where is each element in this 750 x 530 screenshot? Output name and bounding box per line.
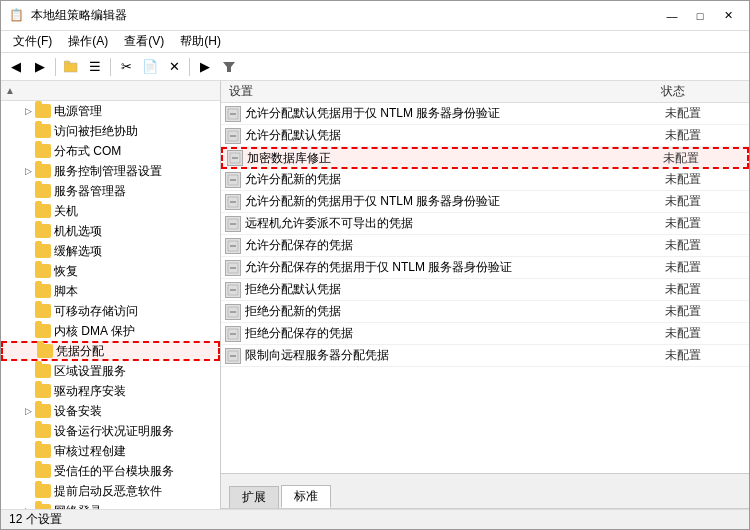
tree-item-credential[interactable]: 凭据分配 [1, 341, 220, 361]
tree-item-servermgr[interactable]: 服务器管理器 [1, 181, 220, 201]
minimize-button[interactable]: — [659, 6, 685, 26]
tree-item-mitigation[interactable]: 缓解选项 [1, 241, 220, 261]
tab-standard[interactable]: 标准 [281, 485, 331, 508]
setting-status: 未配置 [665, 127, 745, 144]
setting-icon [225, 260, 241, 276]
filter-button[interactable] [218, 56, 240, 78]
setting-row-saved[interactable]: 允许分配保存的凭据 未配置 [221, 235, 749, 257]
setting-status: 未配置 [665, 105, 745, 122]
tree-label: 服务器管理器 [54, 183, 220, 200]
setting-row-default[interactable]: 允许分配默认凭据 未配置 [221, 125, 749, 147]
tree-item-power[interactable]: ▷ 电源管理 [1, 101, 220, 121]
setting-status: 未配置 [665, 325, 745, 342]
tree-item-driver[interactable]: 驱动程序安装 [1, 381, 220, 401]
setting-row-limit[interactable]: 限制向远程服务器分配凭据 未配置 [221, 345, 749, 367]
tree-item-machine[interactable]: 机机选项 [1, 221, 220, 241]
tree-item-dma[interactable]: 内核 DMA 保护 [1, 321, 220, 341]
tab-expand[interactable]: 扩展 [229, 486, 279, 508]
tree-container: ▷ 电源管理 访问被拒绝协助 分布式 COM [1, 101, 220, 509]
toolbar: ◀ ▶ ☰ ✂ 📄 ✕ ▶ [1, 53, 749, 81]
delete-button[interactable]: ✕ [163, 56, 185, 78]
close-button[interactable]: ✕ [715, 6, 741, 26]
left-panel-header: ▲ [1, 81, 220, 101]
tree-item-access[interactable]: 访问被拒绝协助 [1, 121, 220, 141]
setting-row-new[interactable]: 允许分配新的凭据 未配置 [221, 169, 749, 191]
setting-row-deny-default[interactable]: 拒绝分配默认凭据 未配置 [221, 279, 749, 301]
expand-icon: ▷ [21, 104, 35, 118]
setting-status: 未配置 [665, 237, 745, 254]
menu-view[interactable]: 查看(V) [116, 31, 172, 52]
maximize-button[interactable]: □ [687, 6, 713, 26]
folder-button[interactable] [60, 56, 82, 78]
setting-status: 未配置 [665, 215, 745, 232]
svg-rect-1 [64, 61, 70, 64]
folder-icon [35, 164, 51, 178]
content-area: ▲ ▷ 电源管理 访问被拒绝协助 [1, 81, 749, 509]
setting-row-remote[interactable]: 远程机允许委派不可导出的凭据 未配置 [221, 213, 749, 235]
tree-item-recovery[interactable]: 恢复 [1, 261, 220, 281]
folder-icon [35, 284, 51, 298]
folder-icon [35, 464, 51, 478]
setting-row-deny-new[interactable]: 拒绝分配新的凭据 未配置 [221, 301, 749, 323]
expand-icon [21, 324, 35, 338]
tree-item-scripts[interactable]: 脚本 [1, 281, 220, 301]
expand-icon [21, 364, 35, 378]
tree-item-tpm[interactable]: 受信任的平台模块服务 [1, 461, 220, 481]
tree-item-audit[interactable]: 审核过程创建 [1, 441, 220, 461]
tree-item-locale[interactable]: 区域设置服务 [1, 361, 220, 381]
tree-item-dcom[interactable]: 分布式 COM [1, 141, 220, 161]
expand-icon [21, 244, 35, 258]
tree-item-removable[interactable]: 可移动存储访问 [1, 301, 220, 321]
setting-name: 拒绝分配新的凭据 [245, 303, 665, 320]
expand-icon: ▷ [21, 164, 35, 178]
setting-row-deny-saved[interactable]: 拒绝分配保存的凭据 未配置 [221, 323, 749, 345]
tree-label: 凭据分配 [56, 343, 218, 360]
list-button[interactable]: ☰ [84, 56, 106, 78]
folder-icon [35, 324, 51, 338]
tree-item-elam[interactable]: 提前启动反恶意软件 [1, 481, 220, 501]
cut-button[interactable]: ✂ [115, 56, 137, 78]
copy-button[interactable]: 📄 [139, 56, 161, 78]
expand-icon [21, 484, 35, 498]
setting-row-ntlm-default[interactable]: 允许分配默认凭据用于仅 NTLM 服务器身份验证 未配置 [221, 103, 749, 125]
app-icon: 📋 [9, 8, 25, 24]
tabs-row: 扩展 标准 [221, 487, 749, 509]
tree-item-scm[interactable]: ▷ 服务控制管理器设置 [1, 161, 220, 181]
menu-action[interactable]: 操作(A) [60, 31, 116, 52]
setting-status: 未配置 [665, 303, 745, 320]
setting-icon [225, 348, 241, 364]
folder-icon [35, 144, 51, 158]
setting-name: 远程机允许委派不可导出的凭据 [245, 215, 665, 232]
folder-icon [35, 104, 51, 118]
tree-item-health[interactable]: 设备运行状况证明服务 [1, 421, 220, 441]
setting-icon [225, 282, 241, 298]
setting-icon [225, 106, 241, 122]
setting-row-saved-ntlm[interactable]: 允许分配保存的凭据用于仅 NTLM 服务器身份验证 未配置 [221, 257, 749, 279]
setting-row-encrypt[interactable]: 加密数据库修正 未配置 [221, 147, 749, 169]
expand-icon [21, 124, 35, 138]
tree-label: 设备安装 [54, 403, 220, 420]
status-text: 12 个设置 [9, 511, 62, 528]
properties-button[interactable]: ▶ [194, 56, 216, 78]
folder-icon [35, 264, 51, 278]
back-button[interactable]: ◀ [5, 56, 27, 78]
tree-item-shutdown[interactable]: 关机 [1, 201, 220, 221]
main-window: 📋 本地组策略编辑器 — □ ✕ 文件(F) 操作(A) 查看(V) 帮助(H)… [0, 0, 750, 530]
forward-button[interactable]: ▶ [29, 56, 51, 78]
tree-item-netlogon[interactable]: ▷ 网络登录 [1, 501, 220, 509]
setting-status: 未配置 [665, 259, 745, 276]
tree-label: 可移动存储访问 [54, 303, 220, 320]
tree-item-device-install[interactable]: ▷ 设备安装 [1, 401, 220, 421]
folder-icon [35, 484, 51, 498]
tree-up-arrow[interactable]: ▲ [5, 85, 15, 96]
tree-label: 审核过程创建 [54, 443, 220, 460]
tree-label: 驱动程序安装 [54, 383, 220, 400]
setting-status: 未配置 [665, 281, 745, 298]
setting-row-new-ntlm[interactable]: 允许分配新的凭据用于仅 NTLM 服务器身份验证 未配置 [221, 191, 749, 213]
expand-icon: ▷ [21, 404, 35, 418]
folder-icon [35, 184, 51, 198]
menu-file[interactable]: 文件(F) [5, 31, 60, 52]
expand-icon [21, 464, 35, 478]
menu-help[interactable]: 帮助(H) [172, 31, 229, 52]
setting-name: 拒绝分配保存的凭据 [245, 325, 665, 342]
